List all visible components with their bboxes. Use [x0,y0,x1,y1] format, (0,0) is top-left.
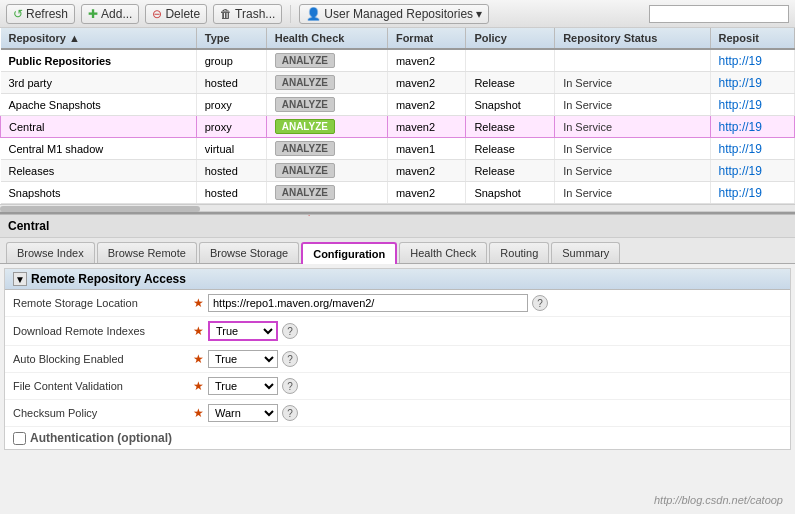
delete-label: Delete [165,7,200,21]
analyze-button[interactable]: ANALYZE [275,119,335,134]
search-input[interactable] [649,5,789,23]
refresh-icon: ↺ [13,7,23,21]
help-icon[interactable]: ? [282,351,298,367]
repository-table-area: Repository ▲ Type Health Check Format Po… [0,28,795,214]
analyze-button[interactable]: ANALYZE [275,75,335,90]
form-label: Auto Blocking Enabled [13,353,193,365]
cell-policy: Release [466,72,555,94]
cell-format: maven2 [387,72,465,94]
cell-name: Central [1,116,197,138]
required-star: ★ [193,296,204,310]
cell-type: virtual [196,138,266,160]
tab-health-check[interactable]: Health Check [399,242,487,263]
analyze-button[interactable]: ANALYZE [275,163,335,178]
scroll-thumb [0,206,200,212]
cell-status: In Service [555,72,710,94]
url-link[interactable]: http://19 [719,142,762,156]
cell-name: 3rd party [1,72,197,94]
required-star: ★ [193,352,204,366]
trash-icon: 🗑 [220,7,232,21]
cell-type: group [196,49,266,72]
refresh-button[interactable]: ↺ Refresh [6,4,75,24]
url-link[interactable]: http://19 [719,54,762,68]
cell-health-check: ANALYZE [266,138,387,160]
text-input-remote-storage-location[interactable] [208,294,528,312]
user-managed-button[interactable]: 👤 User Managed Repositories ▾ [299,4,489,24]
form-label: Checksum Policy [13,407,193,419]
url-link[interactable]: http://19 [719,120,762,134]
cell-format: maven2 [387,49,465,72]
table-row[interactable]: Central M1 shadowvirtualANALYZEmaven1Rel… [1,138,795,160]
section-toggle[interactable]: ▼ [13,272,27,286]
col-type: Type [196,28,266,49]
cell-health-check: ANALYZE [266,182,387,204]
auth-checkbox[interactable] [13,432,26,445]
analyze-button[interactable]: ANALYZE [275,97,335,112]
table-row[interactable]: 3rd partyhostedANALYZEmaven2ReleaseIn Se… [1,72,795,94]
tab-browse-remote[interactable]: Browse Remote [97,242,197,263]
cell-url: http://19 [710,116,794,138]
section-label: Remote Repository Access [31,272,186,286]
table-row[interactable]: SnapshotshostedANALYZEmaven2SnapshotIn S… [1,182,795,204]
select-download-remote-indexes[interactable]: TrueFalse [208,321,278,341]
form-row-download-remote-indexes: Download Remote Indexes★TrueFalse? [5,317,790,346]
cell-type: proxy [196,116,266,138]
refresh-label: Refresh [26,7,68,21]
cell-status: In Service [555,160,710,182]
cell-name: Central M1 shadow [1,138,197,160]
help-icon[interactable]: ? [282,378,298,394]
tab-routing[interactable]: Routing [489,242,549,263]
tab-browse-storage[interactable]: Browse Storage [199,242,299,263]
select-checksum-policy[interactable]: WarnIgnoreFail [208,404,278,422]
url-link[interactable]: http://19 [719,164,762,178]
tab-browse-index[interactable]: Browse Index [6,242,95,263]
user-managed-label: User Managed Repositories [324,7,473,21]
repository-table: Repository ▲ Type Health Check Format Po… [0,28,795,204]
trash-button[interactable]: 🗑 Trash... [213,4,282,24]
cell-status: In Service [555,138,710,160]
dropdown-icon: ▾ [476,7,482,21]
cell-health-check: ANALYZE [266,94,387,116]
form-row-file-content-validation: File Content Validation★TrueFalse? [5,373,790,400]
select-auto-blocking-enabled[interactable]: TrueFalse [208,350,278,368]
trash-label: Trash... [235,7,275,21]
cell-format: maven2 [387,182,465,204]
auth-section: Authentication (optional) [5,427,790,449]
form-row-checksum-policy: Checksum Policy★WarnIgnoreFail? [5,400,790,427]
tab-configuration[interactable]: Configuration [301,242,397,264]
cell-url: http://19 [710,138,794,160]
table-row[interactable]: Public RepositoriesgroupANALYZEmaven2htt… [1,49,795,72]
cell-policy: Release [466,138,555,160]
cell-type: hosted [196,160,266,182]
url-link[interactable]: http://19 [719,186,762,200]
analyze-button[interactable]: ANALYZE [275,53,335,68]
cell-format: maven2 [387,116,465,138]
separator [290,5,291,23]
col-repository: Repository ▲ [1,28,197,49]
cell-url: http://19 [710,94,794,116]
cell-name: Public Repositories [1,49,197,72]
analyze-button[interactable]: ANALYZE [275,141,335,156]
add-button[interactable]: ✚ Add... [81,4,139,24]
form-row-auto-blocking-enabled: Auto Blocking Enabled★TrueFalse? [5,346,790,373]
url-link[interactable]: http://19 [719,98,762,112]
cell-url: http://19 [710,182,794,204]
cell-format: maven1 [387,138,465,160]
analyze-button[interactable]: ANALYZE [275,185,335,200]
help-icon[interactable]: ? [282,405,298,421]
delete-button[interactable]: ⊖ Delete [145,4,207,24]
cell-format: maven2 [387,160,465,182]
select-file-content-validation[interactable]: TrueFalse [208,377,278,395]
table-row[interactable]: ReleaseshostedANALYZEmaven2ReleaseIn Ser… [1,160,795,182]
help-icon[interactable]: ? [532,295,548,311]
tab-summary[interactable]: Summary [551,242,620,263]
horizontal-scrollbar[interactable] [0,204,795,212]
app-container: ↺ Refresh ✚ Add... ⊖ Delete 🗑 Trash... 👤… [0,0,795,514]
table-row[interactable]: Apache SnapshotsproxyANALYZEmaven2Snapsh… [1,94,795,116]
cell-policy [466,49,555,72]
url-link[interactable]: http://19 [719,76,762,90]
table-row[interactable]: CentralproxyANALYZEmaven2ReleaseIn Servi… [1,116,795,138]
form-row-remote-storage-location: Remote Storage Location★? [5,290,790,317]
cell-name: Apache Snapshots [1,94,197,116]
help-icon[interactable]: ? [282,323,298,339]
